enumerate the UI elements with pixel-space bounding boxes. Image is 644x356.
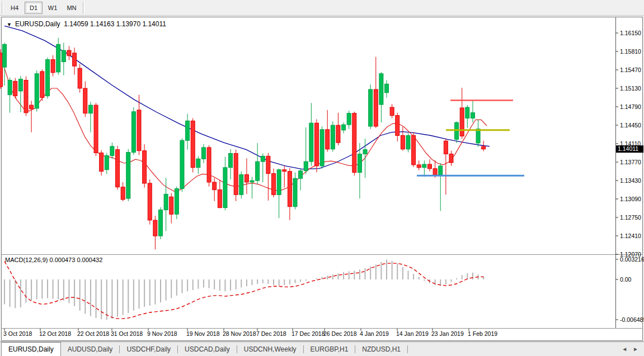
candle-body[interactable]	[67, 50, 71, 56]
tab-scroll-left-icon[interactable]: ◄	[622, 346, 627, 352]
candle-body[interactable]	[83, 88, 87, 113]
candle-body[interactable]	[245, 174, 248, 182]
candle-body[interactable]	[342, 125, 346, 130]
candle-body[interactable]	[57, 44, 60, 72]
candle-body[interactable]	[45, 60, 49, 96]
candle-body[interactable]	[309, 123, 313, 162]
candle-body[interactable]	[116, 150, 120, 187]
candle-body[interactable]	[314, 123, 318, 166]
candle-body[interactable]	[143, 151, 147, 183]
candle-body[interactable]	[427, 164, 431, 169]
candle-body[interactable]	[131, 112, 135, 153]
candle-body[interactable]	[239, 174, 243, 194]
candle-body[interactable]	[283, 170, 286, 172]
candle-body[interactable]	[385, 84, 389, 93]
candle-body[interactable]	[191, 121, 195, 167]
candle-body[interactable]	[13, 81, 17, 96]
candle-body[interactable]	[180, 140, 184, 188]
candle-body[interactable]	[73, 53, 77, 66]
candle-body[interactable]	[35, 74, 39, 108]
chevron-down-icon[interactable]: ▼	[7, 22, 12, 27]
candle-body[interactable]	[460, 108, 464, 136]
candle-body[interactable]	[24, 80, 28, 113]
candle-body[interactable]	[374, 89, 378, 126]
candle-body[interactable]	[0, 53, 3, 87]
candle-body[interactable]	[379, 74, 383, 105]
candle-body[interactable]	[352, 113, 356, 173]
candle-body[interactable]	[272, 174, 276, 195]
candle-body[interactable]	[466, 107, 469, 118]
candle-body[interactable]	[30, 105, 34, 109]
candle-body[interactable]	[444, 141, 448, 154]
candle-body[interactable]	[482, 146, 486, 149]
candle-body[interactable]	[164, 194, 168, 210]
candle-body[interactable]	[223, 168, 227, 208]
candle-body[interactable]	[105, 155, 109, 169]
candle-body[interactable]	[40, 72, 44, 98]
chart-canvas[interactable]: 1.161501.158101.154701.151301.147901.144…	[0, 0, 644, 341]
candle-body[interactable]	[62, 50, 65, 61]
tab-eurusd-daily[interactable]: EURUSD,Daily	[1, 342, 61, 356]
candle-body[interactable]	[18, 79, 22, 91]
candle-body[interactable]	[186, 121, 190, 140]
candle-body[interactable]	[358, 154, 361, 173]
candle-body[interactable]	[196, 159, 200, 168]
tab-scroll-right-icon[interactable]: ►	[633, 346, 638, 352]
candle-body[interactable]	[277, 170, 281, 195]
tab-usdcad-daily[interactable]: USDCAD,Daily	[178, 342, 237, 356]
candle-body[interactable]	[250, 181, 254, 182]
candle-body[interactable]	[336, 125, 340, 143]
tab-usdchf-daily[interactable]: USDCHF,Daily	[120, 342, 177, 356]
candle-body[interactable]	[401, 136, 405, 149]
candle-body[interactable]	[94, 105, 98, 153]
candle-body[interactable]	[326, 130, 330, 149]
candle-body[interactable]	[153, 220, 157, 236]
candle-body[interactable]	[320, 130, 324, 166]
candle-body[interactable]	[417, 165, 421, 168]
candle-body[interactable]	[100, 153, 104, 172]
candle-body[interactable]	[110, 146, 114, 156]
candle-body[interactable]	[126, 153, 130, 199]
candle-body[interactable]	[422, 164, 426, 168]
candle-body[interactable]	[137, 110, 141, 151]
candle-body[interactable]	[471, 113, 474, 118]
candle-body[interactable]	[218, 190, 222, 208]
candle-body[interactable]	[476, 129, 480, 143]
candle-body[interactable]	[439, 166, 443, 175]
candle-body[interactable]	[51, 60, 55, 73]
candle-body[interactable]	[396, 116, 399, 136]
candle-body[interactable]	[148, 183, 152, 220]
candle-body[interactable]	[175, 189, 178, 215]
tab-nzdusd-h1[interactable]: NZDUSD,H1	[355, 342, 407, 356]
candle-body[interactable]	[158, 210, 162, 236]
candle-body[interactable]	[412, 136, 416, 165]
candle-body[interactable]	[293, 178, 297, 207]
candle-body[interactable]	[256, 162, 260, 181]
candle-body[interactable]	[288, 172, 292, 207]
candle-body[interactable]	[201, 148, 205, 159]
candle-body[interactable]	[390, 107, 394, 116]
candle-body[interactable]	[207, 148, 211, 182]
candle-body[interactable]	[406, 136, 410, 149]
tab-eurgbp-h1[interactable]: EURGBP,H1	[304, 342, 355, 356]
candle-body[interactable]	[299, 171, 303, 179]
candle-body[interactable]	[88, 105, 92, 113]
candle-body[interactable]	[213, 182, 217, 190]
candle-body[interactable]	[3, 44, 7, 67]
tab-audusd-daily[interactable]: AUDUSD,Daily	[61, 342, 120, 356]
candle-body[interactable]	[266, 156, 270, 173]
candle-body[interactable]	[121, 187, 125, 200]
candle-body[interactable]	[304, 162, 308, 171]
candle-body[interactable]	[78, 68, 82, 88]
candle-body[interactable]	[229, 154, 233, 168]
candle-body[interactable]	[234, 154, 238, 195]
candle-body[interactable]	[363, 150, 367, 154]
candle-body[interactable]	[261, 156, 265, 162]
candle-body[interactable]	[170, 197, 173, 214]
candle-body[interactable]	[347, 113, 351, 125]
candle-body[interactable]	[8, 80, 12, 95]
candle-body[interactable]	[433, 169, 437, 175]
candle-body[interactable]	[369, 89, 373, 126]
tab-usdcnh-weekly[interactable]: USDCNH,Weekly	[237, 342, 303, 356]
candle-body[interactable]	[449, 154, 453, 163]
